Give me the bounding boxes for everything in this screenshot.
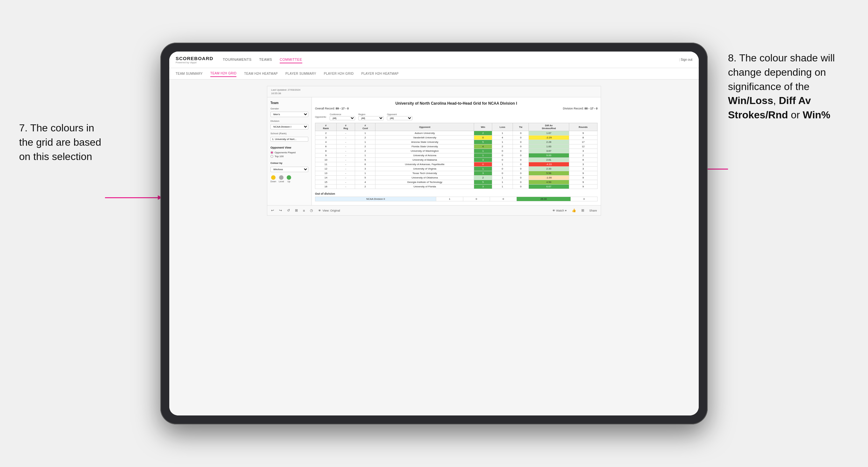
grid-icon[interactable]: ⊞: [581, 208, 584, 213]
nav-tournaments[interactable]: TOURNAMENTS: [223, 56, 251, 63]
cell-win: 2: [474, 131, 492, 135]
ood-tie: 0: [490, 197, 517, 201]
cell-opponent: University of Washington: [375, 149, 474, 153]
radio-top100[interactable]: Top 100: [271, 155, 308, 158]
subnav-player-summary[interactable]: PLAYER SUMMARY: [285, 71, 316, 77]
thumbs-icon[interactable]: 👍: [572, 208, 576, 213]
cell-conf: 6: [355, 162, 375, 167]
left-panel: Team Gender Men's Division NCAA Division…: [267, 97, 312, 205]
subnav-player-h2h-grid[interactable]: PLAYER H2H GRID: [324, 71, 354, 77]
cell-rounds: 12: [569, 145, 597, 149]
cell-diff: 6.67: [529, 185, 569, 189]
opponent-filter-group: Opponent (All): [387, 113, 412, 120]
opponent-filter-select[interactable]: (All): [387, 116, 412, 120]
cell-reg: -: [337, 158, 355, 162]
radio-opponents-played[interactable]: Opponents Played: [271, 151, 308, 154]
colour-by-title: Colour by: [271, 162, 308, 164]
subnav-team-h2h-heatmap[interactable]: TEAM H2H HEATMAP: [244, 71, 278, 77]
division-select[interactable]: NCAA Division I: [271, 124, 308, 129]
opponent-filter-label: Opponent: [387, 113, 412, 116]
cell-opponent: University of Oklahoma: [375, 176, 474, 180]
cell-opponent: Auburn University: [375, 131, 474, 135]
undo-icon[interactable]: ↩: [271, 208, 274, 213]
cell-conf: 2: [355, 135, 375, 140]
cell-rank: 12: [315, 167, 337, 171]
cell-tie: 0: [513, 185, 529, 189]
filter-row: Opponents: Conference (All) Region (: [315, 113, 597, 120]
main-content: Last Updated: 27/03/2024 16:55:38 Team G…: [169, 80, 699, 415]
tablet-frame: SCOREBOARD Powered by clippd TOURNAMENTS…: [160, 43, 708, 424]
cell-win: 0: [474, 162, 492, 167]
col-win: Win: [474, 123, 492, 131]
sign-out-button[interactable]: Sign out: [679, 58, 692, 61]
cell-win: 0: [474, 135, 492, 140]
cell-rank: 2: [315, 131, 337, 135]
cell-opponent: University of Florida: [375, 185, 474, 189]
cell-reg: -: [337, 171, 355, 176]
redo-icon[interactable]: ↪: [279, 208, 282, 213]
nav-committee[interactable]: COMMITTEE: [280, 56, 302, 63]
clock-icon[interactable]: ◷: [310, 208, 313, 213]
conference-filter-select[interactable]: (All): [330, 116, 355, 120]
table-row: 12 - 3 University of Virginia 1 0 0 2.33…: [315, 167, 597, 171]
settings-icon[interactable]: ≡: [303, 209, 305, 213]
cell-conf: 5: [355, 158, 375, 162]
col-tie: Tie: [513, 123, 529, 131]
cell-conf: 1: [355, 140, 375, 145]
cell-reg: -: [337, 185, 355, 189]
subnav-team-h2h-grid[interactable]: TEAM H2H GRID: [210, 70, 237, 77]
cell-reg: -: [337, 180, 355, 185]
col-rank: #Rank: [315, 123, 337, 131]
team-section-title: Team: [271, 101, 308, 105]
cell-win: 3: [474, 158, 492, 162]
grid-records: Overall Record: 89 - 17 - 0 Division Rec…: [315, 107, 597, 110]
tableau-bottombar: ↩ ↪ ↺ ⊞ ≡ ◷ 👁 View: Original 👁 Watch ▾: [267, 205, 601, 215]
school-label: School (Rank): [271, 132, 308, 135]
cell-diff: 2.33: [529, 167, 569, 171]
cell-opponent: University of Alabama: [375, 158, 474, 162]
annotation-arrow-left: [105, 197, 159, 198]
subnav-player-h2h-heatmap[interactable]: PLAYER H2H HEATMAP: [362, 71, 399, 77]
table-row: 2 - 1 Auburn University 2 1 0 1.67 9: [315, 131, 597, 135]
region-filter-select[interactable]: (All): [358, 116, 384, 120]
cell-rank: 14: [315, 176, 337, 180]
logo-title: SCOREBOARD: [176, 56, 213, 61]
table-row: 6 - 2 Florida State University 4 2 0 1.8…: [315, 145, 597, 149]
cell-loss: 1: [492, 131, 513, 135]
cell-tie: 0: [513, 158, 529, 162]
cell-rounds: 8: [569, 158, 597, 162]
out-of-division-row: NCAA Division II 1 0 0 26.00 3: [315, 197, 597, 201]
legend-row: Down Level Up: [271, 175, 308, 183]
subnav-team-summary[interactable]: TEAM SUMMARY: [176, 71, 203, 77]
cell-loss: 4: [492, 135, 513, 140]
legend-circle-up: [287, 175, 291, 180]
cell-opponent: Florida State University: [375, 145, 474, 149]
tablet-screen: SCOREBOARD Powered by clippd TOURNAMENTS…: [169, 52, 699, 415]
colour-by-select[interactable]: Win/loss: [271, 167, 308, 172]
last-updated: Last Updated: 27/03/2024 16:55:38: [271, 88, 300, 95]
share-button[interactable]: Share: [589, 209, 597, 212]
cell-rank: 4: [315, 140, 337, 145]
legend-level: Level: [279, 175, 284, 183]
gender-select[interactable]: Men's: [271, 112, 308, 117]
top-nav: SCOREBOARD Powered by clippd TOURNAMENTS…: [169, 52, 699, 68]
legend-label-down: Down: [271, 180, 276, 183]
watch-button[interactable]: 👁 Watch ▾: [552, 209, 567, 212]
reset-icon[interactable]: ↺: [287, 208, 290, 213]
cell-rounds: 8: [569, 135, 597, 140]
nav-teams[interactable]: TEAMS: [259, 56, 272, 63]
ood-division: NCAA Division II: [315, 197, 436, 201]
tableau-body: Team Gender Men's Division NCAA Division…: [267, 97, 601, 205]
cell-rank: 6: [315, 145, 337, 149]
camera-icon[interactable]: ⊞: [295, 208, 298, 213]
cell-tie: 0: [513, 131, 529, 135]
division-record: Division Record: 88 - 17 - 0: [563, 107, 597, 110]
cell-diff: 2.28: [529, 140, 569, 145]
table-row: 10 - 5 University of Alabama 3 0 0 2.61 …: [315, 158, 597, 162]
school-input[interactable]: [271, 137, 308, 142]
cell-loss: 0: [492, 171, 513, 176]
cell-opponent: Georgia Institute of Technology: [375, 180, 474, 185]
cell-diff: 1.83: [529, 145, 569, 149]
cell-win: 4: [474, 145, 492, 149]
ood-win: 1: [436, 197, 463, 201]
